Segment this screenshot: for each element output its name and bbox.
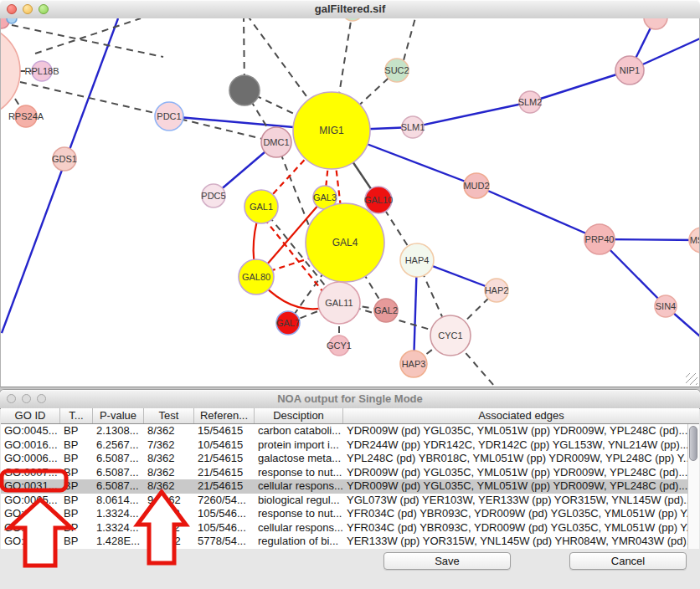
node-label: RPL18B — [25, 66, 59, 76]
table-cell: YPL248C (pd) YBR018C, YML051W (pp) YDR00… — [343, 452, 687, 466]
table-cell: 1.3324... — [93, 521, 144, 535]
graph-edge — [476, 186, 600, 239]
table-cell: 21/54615 — [194, 452, 255, 466]
table-cell: GO:0006... — [1, 452, 60, 466]
table-cell: cellular respons... — [255, 521, 343, 535]
node-label: PRP40 — [585, 234, 615, 244]
network-titlebar[interactable]: galFiltered.sif — [0, 0, 700, 19]
table-row[interactable]: GO:0045...BP2.1308...8/36215/54615carbon… — [1, 424, 687, 438]
noa-titlebar[interactable]: NOA output for Single Mode — [0, 390, 700, 409]
table-row[interactable]: GO:0031...BP1.3324...11/362105/546...cel… — [1, 521, 687, 535]
table-cell: YER133W (pp) YOR315W, YNL145W (pd) YHR08… — [343, 535, 687, 549]
table-cell: 6.2567... — [93, 438, 144, 453]
table-cell: 21/54615 — [194, 466, 255, 480]
network-window: galFiltered.sif RPL18BRPS24AGDS1PDC1DMC1… — [0, 0, 700, 387]
scrollbar-thumb[interactable] — [689, 426, 697, 461]
noa-window-title: NOA output for Single Mode — [0, 390, 700, 408]
node-label: GAL1 — [250, 202, 273, 212]
table-cell: 105/546... — [194, 507, 255, 521]
column-header[interactable]: Referen... — [194, 408, 255, 423]
node-label: RPS24A — [8, 111, 44, 121]
graph-node[interactable] — [7, 18, 17, 23]
table-cell: 6.5087... — [93, 466, 144, 480]
table-cell: YFR034C (pd) YBR093C, YDR009W (pd) YGL03… — [343, 507, 687, 521]
table-cell: response to nut... — [255, 507, 343, 521]
table-cell: GO:0045... — [1, 424, 60, 438]
column-header[interactable]: T... — [60, 408, 93, 423]
node-label: GDS1 — [52, 154, 77, 164]
graph-edge — [12, 25, 163, 57]
graph-node[interactable] — [342, 18, 363, 21]
node-label: GAL2 — [374, 305, 398, 315]
table-cell: 8/362 — [144, 466, 194, 480]
table-cell: YDR009W (pd) YGL035C, YML051W (pp) YDR00… — [343, 479, 687, 494]
table-cell: GO:0031... — [1, 507, 60, 521]
table-cell: GO:0016... — [1, 438, 60, 453]
table-cell: GO:0007... — [1, 466, 60, 480]
node-label: NIP1 — [620, 65, 640, 75]
node-label: PDC1 — [157, 111, 181, 121]
table-cell: YDR009W (pd) YGL035C, YML051W (pp) YDR00… — [343, 466, 687, 480]
table-cell: regulation of bi... — [255, 535, 343, 549]
table-row[interactable]: GO:0016...BP6.2567...7/36210/54615protei… — [1, 438, 687, 453]
graph-edge — [35, 18, 141, 54]
table-cell: 21/54615 — [194, 479, 255, 494]
table-row[interactable]: GO:0031...BP6.5087...8/36221/54615cellul… — [1, 479, 687, 494]
table-cell: 1.428E... — [93, 535, 144, 549]
column-header[interactable]: Desciption — [255, 408, 343, 423]
column-header[interactable]: GO ID — [1, 408, 60, 423]
table-cell: GO:0031... — [1, 479, 60, 494]
node-label: GAL4 — [332, 237, 358, 248]
table-row[interactable]: GO:0065...BP8.0614...94/3627260/54...bio… — [1, 494, 687, 508]
graph-node[interactable] — [229, 75, 260, 105]
node-label: GAL80 — [242, 272, 270, 282]
table-cell: 94/362 — [144, 494, 194, 508]
graph-node[interactable] — [644, 18, 667, 29]
node-label: GAL11 — [325, 298, 353, 308]
table-cell: 15/54615 — [194, 424, 255, 438]
column-header[interactable]: Test — [144, 408, 194, 423]
table-row[interactable]: GO:0007...BP6.5087...8/36221/54615respon… — [1, 466, 687, 480]
table-cell: BP — [60, 466, 93, 480]
table-cell: BP — [60, 507, 93, 521]
node-label: MIG1 — [319, 125, 344, 136]
node-label: SIN4 — [656, 301, 676, 311]
table-cell: BP — [60, 452, 93, 466]
node-label: SLM2 — [518, 97, 543, 107]
graph-node[interactable] — [0, 24, 20, 118]
node-label: GAL7 — [276, 318, 300, 328]
table-cell: galactose meta... — [255, 452, 343, 466]
table-cell: 11/362 — [144, 507, 194, 521]
table-cell: GO:0050... — [1, 535, 60, 549]
cancel-button[interactable]: Cancel — [569, 552, 687, 570]
table-cell: 10/54615 — [194, 438, 255, 453]
table-cell: YFR034C (pd) YBR093C, YDR009W (pd) YGL03… — [343, 521, 687, 535]
resize-grip[interactable] — [686, 373, 697, 385]
network-canvas[interactable]: RPL18BRPS24AGDS1PDC1DMC1MIG1PDC5GAL1GAL3… — [0, 18, 700, 387]
noa-output-window: NOA output for Single Mode GO IDT...P-va… — [0, 390, 700, 589]
table-cell: YGL073W (pd) YER103W, YER133W (pp) YOR31… — [343, 494, 687, 508]
table-cell: 6.5087... — [93, 479, 144, 494]
table-cell: 80/362 — [144, 535, 194, 549]
table-cell: response to nut... — [255, 466, 343, 480]
table-cell: GO:0031... — [1, 521, 60, 535]
vertical-scrollbar[interactable] — [687, 424, 699, 549]
node-label: HAP4 — [405, 255, 430, 265]
table-cell: 7260/54... — [194, 494, 255, 508]
table-cell: 7/362 — [144, 438, 194, 453]
column-header[interactable]: Associated edges — [343, 408, 699, 423]
table-row[interactable]: GO:0031...BP1.3324...11/362105/546...res… — [1, 507, 687, 521]
table-row[interactable]: GO:0050...BP1.428E...80/3625778/54...reg… — [1, 535, 687, 549]
node-label: HAP2 — [485, 285, 509, 295]
table-cell: cellular respons... — [255, 479, 343, 494]
table-row[interactable]: GO:0006...BP6.5087...8/36221/54615galact… — [1, 452, 687, 466]
graph-edge — [404, 18, 416, 60]
node-label: CYC1 — [438, 330, 462, 341]
save-button[interactable]: Save — [383, 552, 511, 570]
node-label: GCY1 — [327, 341, 352, 351]
node-label: HAP3 — [402, 359, 426, 369]
column-header[interactable]: P-value — [93, 408, 144, 423]
table-header: GO IDT...P-valueTestReferen...Desciption… — [1, 408, 699, 424]
table-cell: carbon cataboli... — [255, 424, 343, 438]
table-cell: BP — [60, 438, 93, 453]
